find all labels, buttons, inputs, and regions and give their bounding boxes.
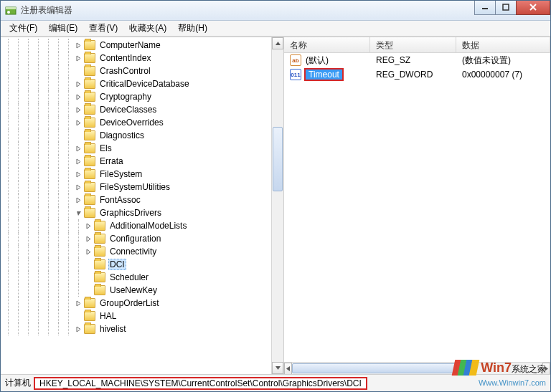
chevron-right-icon[interactable]: [74, 183, 83, 191]
chevron-down-icon[interactable]: [74, 209, 83, 217]
chevron-right-icon[interactable]: [74, 144, 83, 153]
chevron-right-icon[interactable]: [84, 247, 93, 256]
tree-scrollbar[interactable]: [271, 37, 283, 374]
tree-guide: [64, 52, 74, 64]
scroll-up-button[interactable]: [272, 37, 283, 49]
scroll-right-button[interactable]: [542, 363, 550, 374]
chevron-right-icon[interactable]: [74, 54, 83, 62]
tree-guide: [44, 193, 54, 206]
scroll-down-button[interactable]: [272, 362, 283, 374]
tree-guide: [64, 258, 74, 271]
tree-guide: [14, 206, 24, 219]
tree-node[interactable]: Connectivity: [4, 245, 283, 258]
tree-node[interactable]: Cryptography: [4, 90, 283, 103]
tree-guide: [44, 322, 54, 335]
tree-scroll[interactable]: ComputerNameContentIndexCrashControlCrit…: [1, 37, 283, 374]
tree-node[interactable]: DeviceOverrides: [4, 116, 283, 129]
minimize-button[interactable]: [474, 1, 496, 15]
tree-node[interactable]: hivelist: [4, 322, 283, 335]
tree-guide: [44, 77, 54, 90]
list-hscrollbar[interactable]: [284, 362, 550, 374]
chevron-right-icon[interactable]: [74, 80, 83, 88]
tree-node[interactable]: Errata: [4, 155, 283, 168]
twisty-none: [74, 312, 83, 320]
tree-guide: [24, 142, 34, 155]
menu-file[interactable]: 文件(F): [4, 21, 43, 36]
hscroll-thumb[interactable]: [292, 363, 457, 373]
folder-icon: [94, 259, 105, 269]
tree-node[interactable]: FileSystem: [4, 168, 283, 181]
svg-marker-13: [77, 146, 80, 151]
tree-guide: [4, 77, 14, 90]
chevron-right-icon[interactable]: [74, 299, 83, 307]
tree-guide: [24, 168, 34, 181]
svg-marker-22: [77, 301, 80, 306]
tree-guide: [24, 181, 34, 193]
menu-fav[interactable]: 收藏夹(A): [123, 21, 172, 36]
chevron-right-icon[interactable]: [74, 325, 83, 333]
maximize-button[interactable]: [495, 1, 517, 15]
tree-node[interactable]: Els: [4, 142, 283, 155]
tree-guide: [54, 129, 64, 142]
chevron-right-icon[interactable]: [84, 221, 93, 230]
tree-node[interactable]: CrashControl: [4, 64, 283, 77]
chevron-right-icon[interactable]: [74, 157, 83, 166]
tree-node[interactable]: FontAssoc: [4, 193, 283, 206]
svg-marker-26: [286, 366, 290, 371]
titlebar[interactable]: 注册表编辑器: [1, 1, 550, 21]
tree-node[interactable]: DeviceClasses: [4, 103, 283, 116]
chevron-right-icon[interactable]: [74, 105, 83, 114]
tree-node[interactable]: FileSystemUtilities: [4, 181, 283, 193]
tree-node[interactable]: Configuration: [4, 232, 283, 245]
hscroll-track[interactable]: [292, 363, 542, 374]
tree-node[interactable]: CriticalDeviceDatabase: [4, 77, 283, 90]
tree-guide: [34, 206, 44, 219]
chevron-right-icon[interactable]: [84, 234, 93, 243]
tree-guide: [4, 284, 14, 297]
folder-icon: [84, 105, 95, 115]
tree-guide: [24, 245, 34, 258]
tree-node[interactable]: DCI: [4, 258, 283, 271]
list-row[interactable]: ab(默认)REG_SZ(数值未设置): [284, 53, 550, 67]
tree-guide: [54, 77, 64, 90]
list-body[interactable]: ab(默认)REG_SZ(数值未设置)011TimeoutREG_DWORD0x…: [284, 53, 550, 362]
content-split: ComputerNameContentIndexCrashControlCrit…: [1, 37, 550, 374]
chevron-right-icon[interactable]: [74, 92, 83, 101]
scroll-track[interactable]: [272, 49, 283, 362]
tree-guide: [14, 297, 24, 310]
chevron-right-icon[interactable]: [74, 196, 83, 204]
col-data[interactable]: 数据: [456, 37, 550, 52]
tree-node[interactable]: ComputerName: [4, 39, 283, 52]
tree-guide: [64, 322, 74, 335]
close-button[interactable]: [516, 1, 550, 15]
col-type[interactable]: 类型: [370, 37, 456, 52]
scroll-left-button[interactable]: [284, 363, 292, 374]
tree-node[interactable]: UseNewKey: [4, 284, 283, 297]
tree-node[interactable]: GroupOrderList: [4, 297, 283, 310]
folder-icon: [84, 53, 95, 63]
tree-guide: [74, 219, 84, 232]
tree-label: Connectivity: [108, 247, 158, 257]
list-row[interactable]: 011TimeoutREG_DWORD0x00000007 (7): [284, 67, 550, 82]
tree-node[interactable]: Scheduler: [4, 271, 283, 284]
tree-node[interactable]: Diagnostics: [4, 129, 283, 142]
tree-guide: [14, 168, 24, 181]
col-name[interactable]: 名称: [284, 37, 370, 52]
tree-node[interactable]: ContentIndex: [4, 52, 283, 64]
chevron-right-icon[interactable]: [74, 41, 83, 49]
tree-guide: [4, 155, 14, 168]
menu-help[interactable]: 帮助(H): [172, 21, 213, 36]
scroll-thumb[interactable]: [273, 127, 283, 191]
tree-guide: [54, 103, 64, 116]
chevron-right-icon[interactable]: [74, 118, 83, 127]
svg-marker-18: [77, 211, 81, 216]
menu-view[interactable]: 查看(V): [83, 21, 123, 36]
tree-node[interactable]: AdditionalModeLists: [4, 219, 283, 232]
menu-edit[interactable]: 编辑(E): [43, 21, 83, 36]
values-pane: 名称 类型 数据 ab(默认)REG_SZ(数值未设置)011TimeoutRE…: [284, 37, 550, 374]
tree-label: GroupOrderList: [98, 298, 161, 308]
tree-guide: [54, 232, 64, 245]
tree-node[interactable]: HAL: [4, 310, 283, 322]
chevron-right-icon[interactable]: [74, 170, 83, 178]
tree-node[interactable]: GraphicsDrivers: [4, 206, 283, 219]
